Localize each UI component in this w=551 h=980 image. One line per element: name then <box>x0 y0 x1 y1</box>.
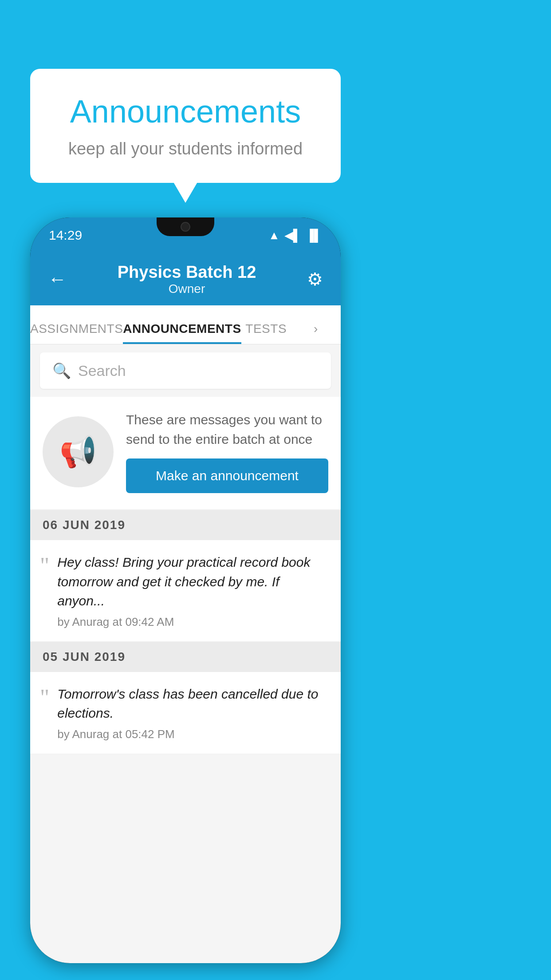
announcement-item-1[interactable]: " Hey class! Bring your practical record… <box>30 540 341 642</box>
signal-icon: ◀▌ <box>284 229 301 242</box>
quote-icon-1: " <box>40 554 49 577</box>
promo-icon-circle: 📢 <box>43 416 114 487</box>
app-bar-title: Physics Batch 12 <box>71 263 303 282</box>
search-icon: 🔍 <box>52 362 71 379</box>
promo-text: These are messages you want to send to t… <box>126 410 328 449</box>
date-separator-1: 06 JUN 2019 <box>30 510 341 540</box>
date-separator-2: 05 JUN 2019 <box>30 642 341 672</box>
speech-bubble: Announcements keep all your students inf… <box>30 69 341 183</box>
camera-notch <box>181 222 190 232</box>
megaphone-icon: 📢 <box>59 434 97 470</box>
quote-icon-2: " <box>40 686 49 709</box>
settings-button[interactable]: ⚙ <box>303 265 327 294</box>
wifi-icon: ▲ <box>268 229 280 242</box>
announcement-item-2[interactable]: " Tomorrow's class has been cancelled du… <box>30 672 341 754</box>
make-announcement-button[interactable]: Make an announcement <box>126 458 328 493</box>
app-bar-subtitle: Owner <box>71 282 303 296</box>
announcements-subtitle: keep all your students informed <box>57 139 314 158</box>
search-placeholder: Search <box>78 362 126 379</box>
phone-notch <box>157 217 214 236</box>
status-bar: 14:29 ▲ ◀▌ ▐▌ <box>30 217 341 253</box>
tab-announcements[interactable]: ANNOUNCEMENTS <box>123 322 241 344</box>
app-bar: ← Physics Batch 12 Owner ⚙ <box>30 253 341 305</box>
announcement-meta-1: by Anurag at 09:42 AM <box>57 615 328 629</box>
announcement-text-1: Hey class! Bring your practical record b… <box>57 553 328 611</box>
battery-icon: ▐▌ <box>306 229 322 242</box>
tab-bar: ASSIGNMENTS ANNOUNCEMENTS TESTS › <box>30 305 341 344</box>
phone-frame: 14:29 ▲ ◀▌ ▐▌ ← Physics Batch 12 Owner ⚙… <box>30 217 341 963</box>
status-icons: ▲ ◀▌ ▐▌ <box>268 229 322 242</box>
tab-assignments[interactable]: ASSIGNMENTS <box>30 322 123 344</box>
phone-inner: ← Physics Batch 12 Owner ⚙ ASSIGNMENTS A… <box>30 253 341 963</box>
phone-content: 🔍 Search 📢 These are messages you want t… <box>30 344 341 963</box>
announcement-meta-2: by Anurag at 05:42 PM <box>57 727 328 741</box>
announcements-title: Announcements <box>57 93 314 130</box>
back-button[interactable]: ← <box>43 264 71 294</box>
tab-tests[interactable]: TESTS <box>241 322 291 344</box>
search-bar[interactable]: 🔍 Search <box>40 352 331 389</box>
announcement-content-1: Hey class! Bring your practical record b… <box>57 553 328 629</box>
status-time: 14:29 <box>49 228 82 243</box>
promo-right: These are messages you want to send to t… <box>126 410 328 493</box>
announcement-content-2: Tomorrow's class has been cancelled due … <box>57 684 328 741</box>
announcement-text-2: Tomorrow's class has been cancelled due … <box>57 684 328 723</box>
tab-more[interactable]: › <box>291 322 341 344</box>
app-bar-title-wrap: Physics Batch 12 Owner <box>71 263 303 296</box>
announcement-promo: 📢 These are messages you want to send to… <box>30 397 341 509</box>
